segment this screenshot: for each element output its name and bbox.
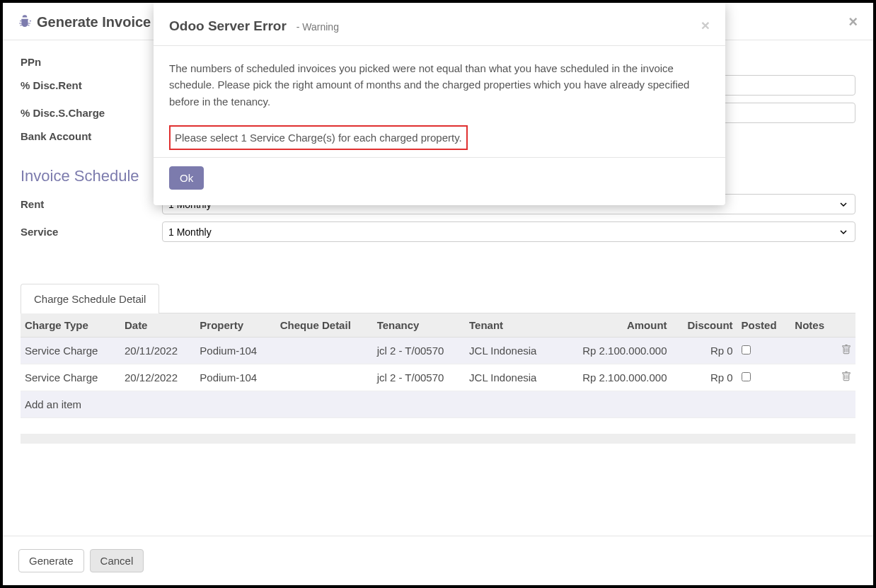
tab-charge-schedule[interactable]: Charge Schedule Detail	[21, 284, 159, 313]
table-row[interactable]: Service Charge 20/12/2022 Podium-104 jcl…	[21, 364, 855, 391]
cell-tenant: JCL Indonesia	[465, 364, 558, 391]
grey-bar	[21, 434, 855, 444]
generate-button[interactable]: Generate	[18, 549, 84, 572]
cell-charge-type: Service Charge	[21, 364, 120, 391]
modal-highlight: Please select 1 Service Charge(s) for ea…	[169, 125, 468, 150]
main-footer: Generate Cancel	[3, 536, 873, 585]
col-charge-type: Charge Type	[21, 313, 120, 338]
modal-title: Odoo Server Error	[169, 18, 287, 34]
cancel-button[interactable]: Cancel	[90, 549, 144, 572]
disc-scharge-label: % Disc.S.Charge	[21, 107, 162, 119]
rent-label: Rent	[21, 198, 162, 210]
cell-posted	[737, 364, 791, 391]
cell-date: 20/12/2022	[120, 364, 195, 391]
ppn-label: PPn	[21, 56, 162, 68]
page-title: Generate Invoice	[37, 14, 151, 30]
cell-property: Podium-104	[195, 364, 275, 391]
cell-charge-type: Service Charge	[21, 338, 120, 364]
ok-button[interactable]: Ok	[169, 166, 204, 190]
modal-subtitle: - Warning	[296, 21, 339, 33]
cell-amount: Rp 2.100.000.000	[558, 364, 671, 391]
modal-message: The numbers of scheduled invoices you pi…	[169, 60, 710, 110]
close-icon[interactable]: ×	[848, 13, 858, 31]
cell-property: Podium-104	[195, 338, 275, 364]
add-item-link[interactable]: Add an item	[21, 391, 855, 418]
cell-tenancy: jcl 2 - T/00570	[373, 338, 465, 364]
service-label: Service	[21, 226, 162, 238]
error-modal: Odoo Server Error - Warning × The number…	[154, 3, 725, 205]
col-amount: Amount	[558, 313, 671, 338]
col-cheque: Cheque Detail	[276, 313, 373, 338]
cell-amount: Rp 2.100.000.000	[558, 338, 671, 364]
cell-notes	[790, 364, 837, 391]
cell-cheque	[276, 364, 373, 391]
cell-date: 20/11/2022	[120, 338, 195, 364]
table-row[interactable]: Service Charge 20/11/2022 Podium-104 jcl…	[21, 338, 855, 364]
charge-table: Charge Type Date Property Cheque Detail …	[21, 313, 855, 418]
cell-cheque	[276, 338, 373, 364]
cell-posted	[737, 338, 791, 364]
col-notes: Notes	[790, 313, 837, 338]
cell-tenancy: jcl 2 - T/00570	[373, 364, 465, 391]
cell-discount: Rp 0	[672, 338, 737, 364]
col-tenancy: Tenancy	[373, 313, 465, 338]
cell-tenant: JCL Indonesia	[465, 338, 558, 364]
cell-discount: Rp 0	[672, 364, 737, 391]
col-tenant: Tenant	[465, 313, 558, 338]
col-property: Property	[195, 313, 275, 338]
bug-icon	[18, 14, 31, 30]
service-select[interactable]: 1 Monthly	[162, 221, 855, 242]
posted-checkbox[interactable]	[742, 372, 751, 381]
bank-account-label: Bank Account	[21, 130, 162, 142]
disc-rent-label: % Disc.Rent	[21, 79, 162, 91]
trash-icon[interactable]	[841, 371, 851, 384]
trash-icon[interactable]	[841, 345, 851, 357]
col-posted: Posted	[737, 313, 791, 338]
modal-close-icon[interactable]: ×	[701, 17, 710, 34]
col-discount: Discount	[672, 313, 737, 338]
col-date: Date	[120, 313, 195, 338]
cell-notes	[790, 338, 837, 364]
posted-checkbox[interactable]	[742, 345, 751, 354]
